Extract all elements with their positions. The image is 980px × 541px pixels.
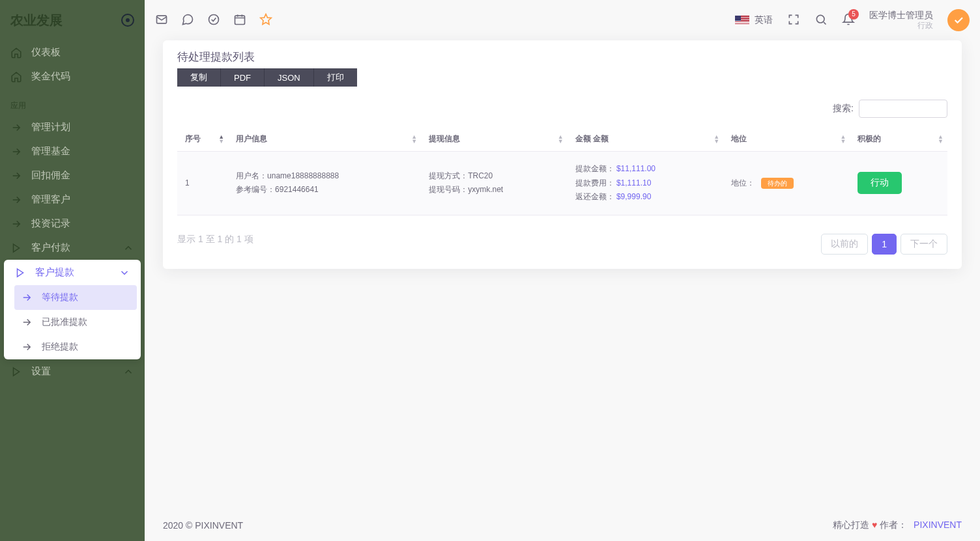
user-role: 行政: [869, 21, 933, 30]
play-icon: [14, 267, 26, 279]
chat-icon[interactable]: [181, 13, 194, 28]
home-icon: [10, 47, 22, 59]
footer-right: 精心打造 ♥ 作者： PIXINVENT: [833, 520, 962, 531]
chevron-down-icon: [119, 267, 130, 279]
col-status[interactable]: 地位▲▼: [723, 127, 850, 152]
table-row: 1 用户名：uname18888888888 参考编号：6921446641 提…: [177, 152, 947, 215]
nav-investment[interactable]: 投资记录: [0, 212, 145, 236]
pager-1[interactable]: 1: [872, 234, 897, 255]
chevron-up-icon: [122, 242, 134, 254]
submenu-withdrawal: 客户提款 等待提款 已批准提款 拒绝提款: [4, 260, 141, 359]
user-name: 医学博士管理员: [869, 10, 933, 21]
col-sn[interactable]: 序号▲▼: [177, 127, 228, 152]
heart-icon: ♥: [872, 520, 877, 530]
user-info[interactable]: 医学博士管理员 行政: [869, 10, 933, 30]
nav-payment[interactable]: 客户付款: [0, 236, 145, 260]
withdrawal-table: 序号▲▼ 用户信息▲▼ 提现信息▲▼ 金额 金额▲▼ 地位▲▼ 积极的▲▼ 1 …: [177, 127, 947, 215]
search-input[interactable]: [859, 100, 947, 118]
notification-count: 5: [848, 9, 859, 20]
target-icon[interactable]: [121, 14, 134, 27]
arrow-right-icon: [21, 316, 33, 328]
topbar-left: [155, 13, 272, 28]
arrow-right-icon: [10, 194, 22, 206]
nav-label: 管理客户: [31, 193, 70, 206]
nav-label: 设置: [31, 365, 51, 378]
nav-rejected-withdrawal[interactable]: 拒绝提款: [10, 335, 141, 359]
footer: 2020 © PIXINVENT 精心打造 ♥ 作者： PIXINVENT: [145, 510, 980, 541]
table-footer: 显示 1 至 1 的 1 项 以前的 1 下一个: [177, 225, 947, 255]
cell-amount: 提款金额： $11,111.00 提款费用： $1,111.10 返还金额： $…: [568, 152, 724, 215]
col-amount[interactable]: 金额 金额▲▼: [568, 127, 724, 152]
json-button[interactable]: JSON: [265, 68, 314, 87]
nav-fund[interactable]: 管理基金: [0, 139, 145, 163]
cell-action: 行动: [850, 152, 947, 215]
mail-icon[interactable]: [155, 13, 168, 28]
arrow-right-icon: [21, 341, 33, 353]
nav-plan[interactable]: 管理计划: [0, 115, 145, 139]
star-icon[interactable]: [259, 13, 272, 28]
print-button[interactable]: 打印: [314, 68, 357, 87]
pager-prev[interactable]: 以前的: [821, 234, 868, 255]
maximize-icon[interactable]: [787, 13, 800, 28]
search-row: 搜索:: [177, 100, 947, 118]
avatar[interactable]: [947, 9, 970, 31]
nav-label: 客户付款: [31, 242, 70, 254]
svg-point-1: [209, 14, 219, 24]
brand-row: 农业发展: [0, 0, 145, 40]
search-icon[interactable]: [814, 13, 828, 28]
brand-title: 农业发展: [10, 12, 63, 29]
play-icon: [10, 366, 22, 378]
nav-label: 奖金代码: [31, 70, 70, 83]
nav-dashboard[interactable]: 仪表板: [0, 40, 145, 64]
chevron-up-icon: [122, 366, 134, 378]
svg-point-3: [816, 15, 824, 23]
footer-left: 2020 © PIXINVENT: [163, 520, 243, 531]
content-wrapper: 英语 5 医学博士管理员 行政 待处理提款列表 复制 PDF JSON: [145, 0, 980, 541]
author-link[interactable]: PIXINVENT: [914, 520, 962, 530]
nav-label: 管理基金: [31, 145, 70, 158]
withdrawal-submenu: 等待提款 已批准提款 拒绝提款: [4, 285, 141, 359]
status-badge: 待办的: [761, 178, 794, 189]
play-icon: [10, 242, 22, 254]
nav-label: 已批准提款: [42, 316, 87, 328]
svg-rect-2: [235, 16, 245, 24]
arrow-right-icon: [21, 292, 33, 303]
nav-approved-withdrawal[interactable]: 已批准提款: [10, 310, 141, 335]
nav-label: 管理计划: [31, 121, 70, 133]
copy-button[interactable]: 复制: [177, 68, 221, 87]
calendar-icon[interactable]: [233, 13, 246, 28]
nav-withdrawal[interactable]: 客户提款: [4, 260, 141, 285]
cell-withdraw: 提现方式：TRC20 提现号码：yxymk.net: [421, 152, 567, 215]
nav-bonus[interactable]: 奖金代码: [0, 64, 145, 89]
nav-pending-withdrawal[interactable]: 等待提款: [14, 285, 137, 310]
language-selector[interactable]: 英语: [735, 14, 773, 26]
sidebar: 农业发展 仪表板 奖金代码 应用 管理计划 管理基金 回扣佣金 管理客户 投资记…: [0, 0, 145, 541]
topbar: 英语 5 医学博士管理员 行政: [145, 0, 980, 40]
language-label: 英语: [755, 14, 773, 26]
arrow-right-icon: [10, 170, 22, 182]
home-icon: [10, 71, 22, 83]
export-buttons: 复制 PDF JSON 打印: [177, 68, 947, 87]
notification-bell[interactable]: 5: [842, 13, 855, 28]
cell-status: 地位： 待办的: [723, 152, 850, 215]
col-withdraw[interactable]: 提现信息▲▼: [421, 127, 567, 152]
nav-rebate[interactable]: 回扣佣金: [0, 163, 145, 187]
pager-next[interactable]: 下一个: [901, 234, 947, 255]
col-user[interactable]: 用户信息▲▼: [228, 127, 421, 152]
nav-label: 仪表板: [31, 46, 61, 59]
withdraw-card: 待处理提款列表 复制 PDF JSON 打印 搜索: 序号▲▼ 用户信息▲▼ 提…: [163, 40, 962, 269]
col-action[interactable]: 积极的▲▼: [850, 127, 947, 152]
nav-label: 客户提款: [35, 266, 74, 279]
arrow-right-icon: [10, 146, 22, 158]
page-body: 待处理提款列表 复制 PDF JSON 打印 搜索: 序号▲▼ 用户信息▲▼ 提…: [145, 40, 980, 541]
action-button[interactable]: 行动: [857, 172, 902, 194]
check-circle-icon[interactable]: [207, 13, 220, 28]
card-title: 待处理提款列表: [177, 49, 947, 64]
pdf-button[interactable]: PDF: [221, 68, 265, 87]
nav-settings[interactable]: 设置: [0, 359, 145, 383]
check-icon: [953, 14, 964, 26]
nav-customers[interactable]: 管理客户: [0, 187, 145, 212]
pagination: 以前的 1 下一个: [821, 234, 947, 255]
search-label: 搜索:: [833, 103, 854, 115]
flag-us-icon: [735, 16, 749, 25]
